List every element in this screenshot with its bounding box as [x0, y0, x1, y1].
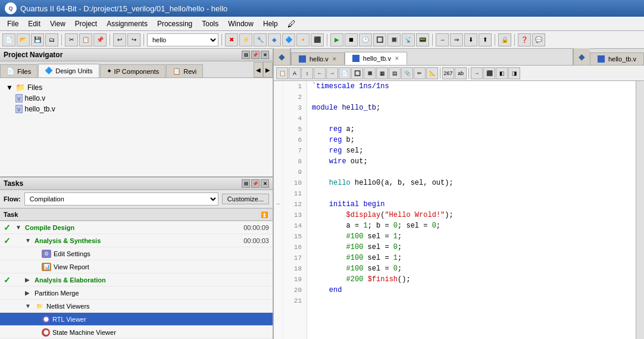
tasks-close-btn[interactable]: ✕: [261, 179, 269, 188]
sim-btn[interactable]: ⏹: [345, 33, 358, 46]
ed-btn-8[interactable]: 🔳: [364, 67, 376, 79]
entity-combo[interactable]: hello: [147, 33, 218, 46]
nav-pin-btn[interactable]: 📌: [251, 51, 260, 59]
ed-btn-6[interactable]: 📄: [339, 67, 351, 79]
tab-close-hello-v[interactable]: ✕: [332, 56, 337, 62]
tab-close-hello-tb-v[interactable]: ✕: [395, 55, 399, 61]
file-hello-tb-v[interactable]: v hello_tb.v: [13, 104, 269, 114]
arrow-btn[interactable]: →: [436, 33, 449, 46]
ed-btn-7[interactable]: 🔲: [351, 67, 363, 79]
editor-tab-hello-tb-v-2[interactable]: hello_tb.v: [590, 52, 644, 65]
code-content[interactable]: `timescale 1ns/1ns module hello_tb; reg …: [307, 81, 636, 339]
info-btn[interactable]: 💬: [532, 33, 545, 46]
menu-file[interactable]: File: [2, 18, 23, 29]
ed-btn-13[interactable]: 📐: [426, 67, 438, 79]
tab-ip-components[interactable]: ✦ IP Components: [100, 64, 166, 77]
vertical-scrollbar[interactable]: [636, 81, 644, 339]
tasks-restore-btn[interactable]: ⊟: [242, 179, 250, 188]
ed-btn-19[interactable]: ◨: [508, 67, 520, 79]
ed-btn-1[interactable]: 📋: [276, 67, 288, 79]
task-expand-5[interactable]: ▶: [25, 290, 32, 296]
task-partition-merge[interactable]: ▶ Partition Merge: [0, 287, 273, 300]
menu-edit[interactable]: Edit: [23, 18, 45, 29]
save-all-btn[interactable]: 🗂: [45, 33, 58, 46]
new-btn[interactable]: 📄: [2, 33, 15, 46]
tab-revi[interactable]: 📋 Revi: [166, 64, 203, 77]
lock-btn[interactable]: 🔒: [498, 33, 511, 46]
redo-btn[interactable]: ↪: [127, 33, 140, 46]
file-hello-v[interactable]: v hello.v: [13, 93, 269, 104]
ed-btn-17[interactable]: ⬛: [483, 67, 495, 79]
paste-btn[interactable]: 📌: [93, 33, 107, 46]
download2-btn[interactable]: ⬆: [479, 33, 492, 46]
run-btn[interactable]: ▶: [330, 33, 343, 46]
help-btn[interactable]: ❓: [518, 33, 531, 46]
tasks-scroll-up[interactable]: ⏫: [260, 210, 269, 219]
nav-close-btn[interactable]: ✕: [261, 51, 269, 59]
ed-btn-14[interactable]: 267: [442, 67, 454, 79]
menu-extra[interactable]: 🖊: [283, 18, 301, 30]
task-analysis-synthesis[interactable]: ✓ ▼ Analysis & Synthesis 00:00:03: [0, 234, 273, 247]
ed-btn-3[interactable]: ↕: [301, 67, 313, 79]
task-state-machine-viewer[interactable]: ⬤ State Machine Viewer: [0, 326, 273, 339]
menu-window[interactable]: Window: [223, 18, 258, 29]
task-rtl-viewer[interactable]: ⬤ RTL Viewer: [0, 313, 273, 326]
ed-btn-10[interactable]: ▤: [389, 67, 401, 79]
open-btn[interactable]: 📂: [17, 33, 30, 46]
cut-btn[interactable]: ✂: [65, 33, 78, 46]
files-folder[interactable]: ▼ 📁 Files: [4, 82, 269, 93]
menu-processing[interactable]: Processing: [152, 18, 197, 29]
btn7[interactable]: ⬛: [311, 33, 324, 46]
task-netlist-viewers[interactable]: ▼ 📁 Netlist Viewers: [0, 300, 273, 313]
compile-btn[interactable]: ⚡: [239, 33, 252, 46]
tab-prev[interactable]: ◀: [254, 62, 263, 77]
ed-btn-18[interactable]: ◧: [496, 67, 508, 79]
code-editor[interactable]: — 12345 678910 1112131415 1617181920 21 …: [274, 81, 644, 339]
stop-btn[interactable]: ✖: [225, 33, 238, 46]
btn5[interactable]: 🔷: [282, 33, 295, 46]
menu-help[interactable]: Help: [258, 18, 283, 29]
editor-tab-hello-v[interactable]: hello.v ✕: [291, 52, 345, 65]
download-btn[interactable]: ⬇: [464, 33, 477, 46]
task-expand-4[interactable]: ▶: [25, 276, 32, 283]
arrow2-btn[interactable]: ⇒: [450, 33, 463, 46]
ed-btn-4[interactable]: ←: [314, 67, 326, 79]
editor-tab-hello-tb-v[interactable]: hello_tb.v ✕: [345, 52, 407, 65]
btn6[interactable]: 🔸: [296, 33, 310, 46]
task-analysis-elaboration[interactable]: ✓ ▶ Analysis & Elaboration: [0, 273, 273, 287]
prog-btn[interactable]: 📡: [402, 33, 415, 46]
save-btn[interactable]: 💾: [31, 33, 44, 46]
ed-btn-9[interactable]: ▦: [376, 67, 388, 79]
btn3[interactable]: 🔧: [254, 33, 267, 46]
chip-btn[interactable]: 🔲: [373, 33, 386, 46]
task-view-report[interactable]: 📊 View Report: [0, 260, 273, 273]
copy-btn[interactable]: 📋: [79, 33, 92, 46]
task-compile-design[interactable]: ✓ ▼ Compile Design 00:00:09: [0, 221, 273, 234]
customize-btn[interactable]: Customize...: [222, 194, 269, 204]
prog2-btn[interactable]: 📟: [416, 33, 429, 46]
flow-combo[interactable]: Compilation: [24, 192, 218, 206]
menu-tools[interactable]: Tools: [197, 18, 223, 29]
tab-files[interactable]: 📄 Files: [0, 64, 37, 77]
clock-btn[interactable]: 🕐: [359, 33, 372, 46]
tasks-pin-btn[interactable]: 📌: [251, 179, 260, 188]
ed-btn-2[interactable]: A: [289, 67, 301, 79]
task-expand-6[interactable]: ▼: [25, 303, 32, 309]
menu-project[interactable]: Project: [70, 18, 102, 29]
task-expand-1[interactable]: ▼: [25, 237, 32, 244]
menu-assignments[interactable]: Assignments: [102, 18, 152, 29]
chip2-btn[interactable]: 🔳: [387, 33, 401, 46]
ed-btn-16[interactable]: →: [471, 67, 483, 79]
tab-next[interactable]: ▶: [263, 62, 273, 77]
ed-btn-15[interactable]: ab: [455, 67, 467, 79]
task-edit-settings[interactable]: ⚙ Edit Settings: [0, 247, 273, 260]
ed-btn-5[interactable]: →: [326, 67, 338, 79]
ed-btn-11[interactable]: 📎: [401, 67, 413, 79]
tab-design-units[interactable]: 🔷 Design Units: [38, 64, 99, 77]
task-expand-0[interactable]: ▼: [15, 224, 23, 231]
menu-view[interactable]: View: [45, 18, 70, 29]
undo-btn[interactable]: ↩: [113, 33, 126, 46]
fold-12[interactable]: —: [274, 199, 283, 210]
nav-restore-btn[interactable]: ⊟: [242, 51, 250, 59]
ed-btn-12[interactable]: ✏: [414, 67, 426, 79]
